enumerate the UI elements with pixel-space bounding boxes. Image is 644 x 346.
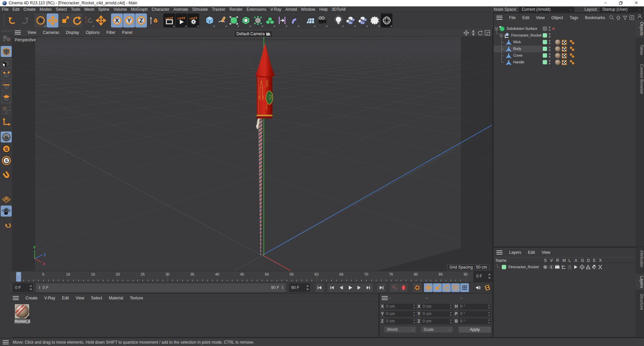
- menu-item[interactable]: Mesh: [82, 6, 96, 12]
- size-x-field[interactable]: 0 cm: [421, 304, 453, 309]
- menu-item[interactable]: Render: [227, 6, 245, 12]
- status-menu-icon[interactable]: [3, 340, 9, 344]
- tab-layers[interactable]: Layers: [636, 274, 644, 290]
- magnet-button[interactable]: [1, 169, 12, 180]
- layer-color[interactable]: [543, 33, 547, 38]
- coordinate-system-button[interactable]: [147, 13, 159, 27]
- workplane-rotate-button[interactable]: [1, 217, 12, 228]
- position-x-field[interactable]: 0 cm: [384, 304, 416, 309]
- cube-primitive-button[interactable]: [204, 13, 215, 27]
- phong-tag[interactable]: [570, 53, 575, 58]
- viewport-menu-item[interactable]: Panel: [119, 30, 136, 36]
- record-key-button[interactable]: [390, 283, 399, 292]
- tree-row-body[interactable]: Body: [494, 46, 636, 52]
- key-position-button[interactable]: [424, 283, 433, 292]
- viewport-menu-item[interactable]: View: [24, 30, 40, 36]
- visibility-dots[interactable]: [549, 53, 551, 58]
- toolbar-drag-handle[interactable]: [3, 14, 5, 27]
- render-preview-button[interactable]: [483, 283, 492, 292]
- next-frame-button[interactable]: [355, 283, 364, 292]
- end-frame-field[interactable]: 90 F: [289, 283, 310, 292]
- ruler-end-field[interactable]: 0 F: [474, 272, 492, 281]
- delete-icon[interactable]: ✕: [552, 26, 555, 31]
- phong-tag[interactable]: [570, 60, 575, 65]
- visibility-dots[interactable]: [549, 33, 551, 38]
- tab-structure[interactable]: Structure: [636, 292, 644, 312]
- visibility-dots[interactable]: [549, 60, 551, 65]
- point-mode-button[interactable]: [1, 69, 12, 80]
- render-picture-viewer-button[interactable]: [175, 13, 187, 27]
- menu-item[interactable]: Edit: [10, 6, 21, 12]
- render-icon[interactable]: [555, 265, 560, 270]
- uvw-tag[interactable]: [562, 53, 567, 58]
- scale-tool-button[interactable]: [59, 13, 70, 27]
- object-manager-menu-item[interactable]: Edit: [519, 15, 533, 21]
- bend-deformer-button[interactable]: [288, 13, 300, 27]
- viewport-menu-icon[interactable]: [15, 31, 21, 35]
- active-tool-button[interactable]: [95, 13, 107, 27]
- timeline-ruler[interactable]: 051015202530354045505560657075808590: [12, 271, 473, 282]
- field-object-button[interactable]: [369, 13, 380, 27]
- uvw-tag[interactable]: [562, 47, 567, 52]
- material-menu-item[interactable]: Select: [88, 295, 105, 301]
- viewport-menu-item[interactable]: Filter: [103, 30, 119, 36]
- tree-row-cover[interactable]: Cover: [494, 52, 636, 59]
- goto-end-button[interactable]: [377, 283, 386, 292]
- layer-color[interactable]: [543, 53, 547, 58]
- manager-icon[interactable]: [561, 265, 566, 270]
- layers-menu-item[interactable]: Edit: [525, 249, 538, 255]
- model-mode-button[interactable]: [1, 46, 12, 57]
- size-z-field[interactable]: 0 cm: [421, 319, 453, 324]
- uv-mode-button[interactable]: [1, 105, 12, 116]
- apply-button[interactable]: Apply: [459, 327, 491, 333]
- material-menu-icon[interactable]: [13, 296, 19, 300]
- material-tag[interactable]: [555, 46, 560, 52]
- object-manager-menu-icon[interactable]: [496, 16, 502, 20]
- material-menu-item[interactable]: Texture: [126, 295, 146, 301]
- visible-icon[interactable]: [549, 265, 554, 270]
- recent-tools-button[interactable]: PS: [83, 13, 95, 27]
- workplane-button[interactable]: [1, 194, 12, 205]
- rotation-p-field[interactable]: 0 °: [459, 311, 491, 317]
- menu-item[interactable]: Create: [21, 6, 38, 12]
- material-tag[interactable]: [555, 53, 560, 58]
- material-tag[interactable]: [555, 40, 560, 45]
- menu-item[interactable]: Animate: [171, 6, 190, 12]
- key-parameter-button[interactable]: P: [451, 283, 460, 292]
- camera-object-button[interactable]: [316, 13, 328, 27]
- layers-menu-icon[interactable]: [496, 250, 502, 254]
- tab-takes[interactable]: Takes: [636, 43, 644, 57]
- viewport-view-label[interactable]: Perspective: [13, 38, 37, 42]
- visibility-dots[interactable]: [549, 26, 551, 31]
- y-axis-lock-button[interactable]: Y: [123, 13, 135, 27]
- material-menu-item[interactable]: Create: [22, 295, 41, 301]
- viewport[interactable]: Y Z X Perspective Default Camera Grid Sp…: [12, 37, 492, 271]
- menu-item[interactable]: Spline: [96, 6, 111, 12]
- layers-menu-item[interactable]: Layers: [506, 249, 525, 255]
- record-button[interactable]: [399, 283, 408, 292]
- uvw-tag[interactable]: [562, 40, 567, 45]
- render-settings-button[interactable]: [187, 13, 199, 27]
- snap-modes-button[interactable]: S: [1, 143, 12, 154]
- menu-item[interactable]: Tools: [69, 6, 82, 12]
- play-button[interactable]: [346, 283, 355, 292]
- size-mode-dropdown[interactable]: Scale⌄: [421, 327, 453, 333]
- material-thumbnail[interactable]: A: [14, 304, 30, 319]
- xref-icon[interactable]: [598, 265, 603, 270]
- current-frame-field[interactable]: 0 F: [13, 283, 33, 292]
- position-z-field[interactable]: 0 cm: [384, 319, 416, 324]
- x-axis-lock-button[interactable]: X: [111, 13, 123, 27]
- tree-row-wick[interactable]: Wick: [494, 39, 636, 46]
- object-manager-menu-item[interactable]: Tags: [567, 15, 582, 21]
- enable-toggle[interactable]: [543, 26, 547, 31]
- menu-item[interactable]: Window: [299, 6, 317, 12]
- autokey-button[interactable]: [413, 283, 422, 292]
- prev-key-button[interactable]: [328, 283, 336, 292]
- menu-item[interactable]: Select: [54, 6, 69, 12]
- rotate-tool-button[interactable]: [71, 13, 83, 27]
- camera-label[interactable]: Default Camera: [235, 31, 272, 37]
- layer-color[interactable]: [543, 47, 547, 51]
- spline-arrows-button[interactable]: [276, 13, 288, 27]
- undo-button[interactable]: [6, 13, 18, 27]
- menu-item[interactable]: Help: [317, 6, 330, 12]
